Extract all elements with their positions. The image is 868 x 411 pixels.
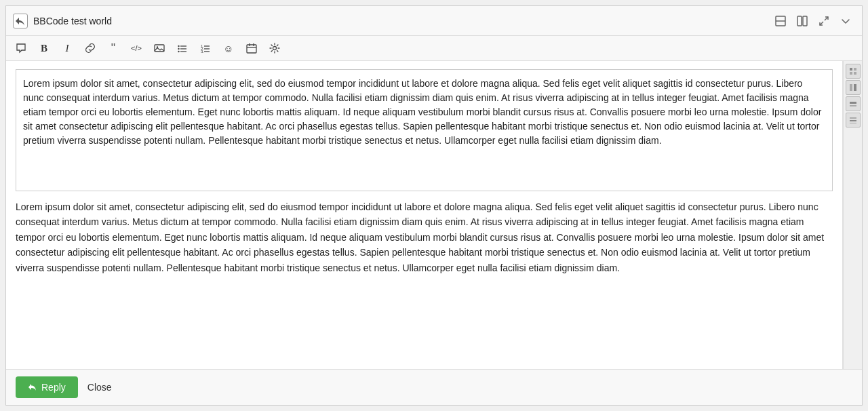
- close-button[interactable]: Close: [85, 376, 115, 398]
- code-icon: </>: [131, 44, 142, 52]
- svg-rect-28: [854, 72, 856, 75]
- svg-point-10: [178, 48, 179, 50]
- svg-rect-25: [850, 68, 852, 71]
- settings-button[interactable]: [265, 39, 284, 58]
- emoji-icon: ☺: [223, 43, 233, 54]
- editor-toolbar: B I " </>: [6, 36, 862, 61]
- svg-rect-26: [854, 68, 856, 71]
- editor-content: Lorem ipsum dolor sit amet, consectetur …: [6, 61, 843, 369]
- side-panel: [843, 61, 862, 369]
- quote-button[interactable]: ": [104, 39, 123, 58]
- side-btn-1[interactable]: [846, 64, 861, 79]
- link-button[interactable]: [81, 39, 100, 58]
- preview-area: Lorem ipsum dolor sit amet, consectetur …: [16, 199, 833, 275]
- reply-button[interactable]: Reply: [16, 376, 78, 398]
- header-left: BBCode test world: [13, 14, 112, 28]
- svg-rect-3: [803, 16, 807, 26]
- svg-rect-20: [247, 45, 256, 53]
- reply-label: Reply: [41, 382, 66, 393]
- svg-rect-2: [797, 16, 802, 26]
- side-btn-4[interactable]: [846, 113, 861, 128]
- calendar-button[interactable]: [242, 39, 261, 58]
- reply-arrow-icon[interactable]: [13, 14, 28, 28]
- side-btn-3[interactable]: [846, 96, 861, 111]
- bold-icon: B: [41, 43, 47, 54]
- svg-point-12: [178, 51, 179, 52]
- editor-area: Lorem ipsum dolor sit amet, consectetur …: [6, 61, 862, 369]
- header: BBCode test world: [6, 6, 862, 36]
- emoji-button[interactable]: ☺: [219, 39, 238, 58]
- bullet-list-button[interactable]: [173, 39, 192, 58]
- expand-button[interactable]: [814, 12, 833, 31]
- svg-rect-30: [854, 84, 856, 91]
- italic-button[interactable]: I: [58, 39, 77, 58]
- header-right: [771, 12, 855, 31]
- code-button[interactable]: </>: [127, 39, 146, 58]
- svg-rect-35: [850, 123, 856, 123]
- preview-text: Lorem ipsum dolor sit amet, consectetur …: [16, 201, 824, 273]
- side-btn-2[interactable]: [846, 80, 861, 95]
- quote-icon: ": [111, 41, 115, 56]
- italic-icon: I: [66, 43, 69, 54]
- svg-point-8: [178, 45, 179, 47]
- collapse-button[interactable]: [836, 12, 855, 31]
- editor-text: Lorem ipsum dolor sit amet, consectetur …: [23, 78, 821, 146]
- svg-rect-32: [850, 105, 856, 106]
- ordered-list-button[interactable]: 1. 2. 3.: [196, 39, 215, 58]
- header-title: BBCode test world: [33, 16, 112, 26]
- close-label: Close: [87, 382, 112, 393]
- bold-button[interactable]: B: [35, 39, 54, 58]
- svg-point-24: [273, 47, 277, 50]
- image-toggle-button[interactable]: [771, 12, 790, 31]
- main-container: BBCode test world: [5, 5, 863, 406]
- image-button[interactable]: [150, 39, 169, 58]
- svg-rect-31: [850, 102, 856, 104]
- svg-rect-6: [155, 45, 164, 52]
- svg-rect-27: [850, 72, 852, 75]
- footer: Reply Close: [6, 369, 862, 405]
- svg-text:3.: 3.: [201, 50, 204, 54]
- reply-icon: [28, 383, 37, 392]
- svg-rect-33: [850, 117, 856, 119]
- layout-button[interactable]: [793, 12, 812, 31]
- svg-rect-34: [850, 120, 856, 121]
- comment-button[interactable]: [12, 39, 31, 58]
- editor-text-box[interactable]: Lorem ipsum dolor sit amet, consectetur …: [16, 69, 833, 191]
- svg-rect-29: [850, 84, 852, 91]
